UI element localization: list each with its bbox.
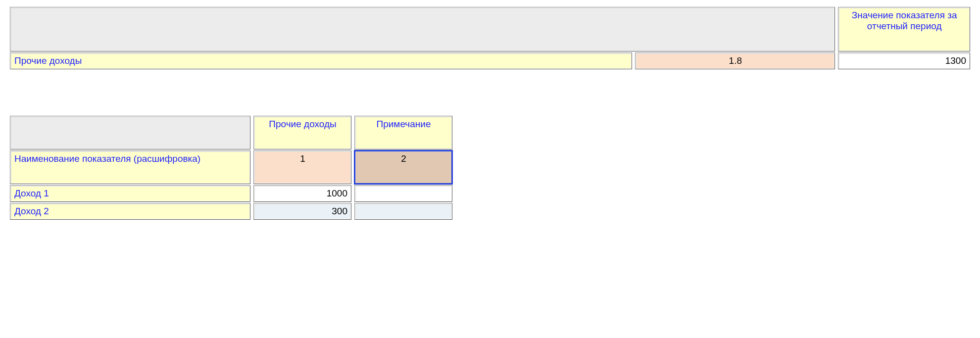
summary-table: Значение показателя за отчетный период П… <box>7 6 973 70</box>
summary-row-value: 1300 <box>839 53 969 68</box>
detail-header-row: Прочие доходы Примечание <box>10 116 452 149</box>
detail-subheader-col1: 1 <box>254 151 350 183</box>
detail-row-col1: 1000 <box>254 186 350 201</box>
detail-row-col2 <box>355 186 451 201</box>
detail-row-col1-cell[interactable]: 300 <box>253 203 351 220</box>
detail-row-col1-cell[interactable]: 1000 <box>253 185 351 202</box>
detail-subheader-label: Наименование показателя (расшифровка) <box>11 151 249 183</box>
detail-subheader-label-cell[interactable]: Наименование показателя (расшифровка) <box>10 150 250 184</box>
detail-row-col2 <box>355 204 451 219</box>
table-row: Доход 1 1000 <box>10 185 452 202</box>
summary-row-label: Прочие доходы <box>11 53 631 68</box>
summary-header-value: Значение показателя за отчетный период <box>838 7 970 51</box>
detail-row-label: Доход 2 <box>11 204 249 219</box>
summary-row-index-cell[interactable]: 1.8 <box>635 52 835 69</box>
detail-row-label-cell[interactable]: Доход 1 <box>10 185 250 202</box>
detail-row-label-cell[interactable]: Доход 2 <box>10 203 250 220</box>
detail-row-col2-cell[interactable] <box>354 203 452 220</box>
detail-row-col1: 300 <box>254 204 350 219</box>
detail-table: Прочие доходы Примечание Наименование по… <box>7 115 455 221</box>
detail-subheader-col1-cell[interactable]: 1 <box>253 150 351 184</box>
detail-header-col2: Примечание <box>354 116 452 149</box>
summary-row-label-cell[interactable]: Прочие доходы <box>10 52 632 69</box>
table-row: Доход 2 300 <box>10 203 452 220</box>
detail-header-blank <box>10 116 250 149</box>
detail-subheader-col2: 2 <box>355 151 451 183</box>
summary-header-blank <box>10 7 835 51</box>
summary-row-value-cell[interactable]: 1300 <box>838 52 970 69</box>
detail-subheader-row: Наименование показателя (расшифровка) 1 … <box>10 150 452 184</box>
summary-header-row: Значение показателя за отчетный период <box>10 7 970 51</box>
detail-row-label: Доход 1 <box>11 186 249 201</box>
detail-subheader-col2-cell[interactable]: 2 <box>354 150 452 184</box>
summary-data-row: Прочие доходы 1.8 1300 <box>10 52 970 69</box>
detail-header-col1: Прочие доходы <box>253 116 351 149</box>
detail-row-col2-cell[interactable] <box>354 185 452 202</box>
summary-row-index: 1.8 <box>636 53 834 68</box>
